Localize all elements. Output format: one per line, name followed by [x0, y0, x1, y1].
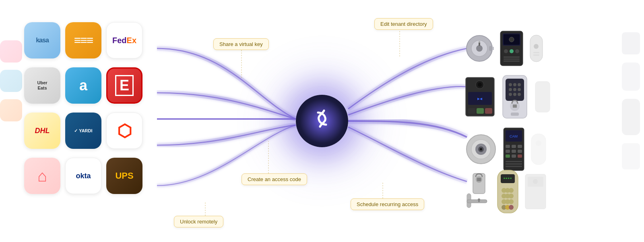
svg-point-83 — [509, 188, 514, 193]
svg-rect-57 — [506, 145, 510, 148]
device-faded-1 — [535, 81, 551, 113]
svg-rect-59 — [518, 145, 522, 148]
svg-rect-75 — [467, 200, 487, 203]
tooltip-unlock-remotely: Unlock remotely — [174, 216, 223, 227]
svg-point-36 — [509, 83, 512, 86]
svg-point-41 — [518, 88, 521, 91]
svg-rect-11 — [489, 46, 492, 51]
svg-rect-33 — [485, 108, 492, 114]
svg-rect-32 — [477, 108, 484, 114]
svg-rect-46 — [513, 104, 517, 108]
tooltip-share-virtual-key: Share a virtual key — [213, 38, 269, 50]
device-row-1 — [465, 30, 543, 67]
device-oval-keypad: **** — [497, 169, 519, 214]
app-grid: kasa ≡≡≡ FedEx UberEats a E DHL ✓ YARDI … — [24, 22, 142, 198]
app-fedex[interactable]: FedEx — [106, 22, 142, 58]
svg-rect-61 — [512, 150, 516, 153]
svg-point-43 — [513, 93, 516, 96]
far-left-faded-icons — [0, 40, 22, 121]
svg-rect-21 — [504, 60, 520, 62]
app-dhl[interactable]: DHL — [24, 113, 60, 149]
device-circular-deadbolt — [465, 34, 494, 63]
svg-point-15 — [509, 37, 514, 42]
app-kasa[interactable]: kasa — [24, 22, 60, 58]
device-yale-lock — [501, 75, 529, 119]
svg-point-70 — [536, 140, 541, 146]
svg-point-39 — [509, 88, 512, 91]
svg-rect-25 — [533, 54, 539, 56]
svg-text:▶◀: ▶◀ — [477, 96, 482, 101]
svg-text:CAM: CAM — [510, 134, 518, 138]
svg-rect-77 — [478, 200, 480, 202]
app-ups[interactable]: UPS — [106, 158, 142, 194]
svg-rect-65 — [518, 154, 522, 158]
device-small-fob — [529, 34, 543, 63]
svg-point-28 — [478, 83, 482, 87]
svg-rect-47 — [511, 113, 519, 116]
svg-point-44 — [518, 93, 521, 96]
svg-rect-69 — [531, 134, 546, 165]
svg-point-37 — [513, 83, 516, 86]
svg-rect-20 — [504, 58, 520, 60]
svg-point-18 — [515, 49, 519, 53]
svg-point-16 — [504, 49, 508, 53]
device-intercom-box: ▶◀ — [465, 77, 495, 117]
tooltip-create-access-code: Create an access code — [242, 173, 307, 185]
svg-point-86 — [509, 194, 514, 198]
svg-rect-62 — [518, 150, 522, 153]
tooltip-schedule-recurring-access: Schedule recurring access — [351, 198, 424, 210]
device-row-3: CAM — [465, 127, 547, 171]
device-handle-lock — [465, 171, 491, 212]
svg-point-95 — [533, 179, 538, 184]
app-square-e[interactable]: E — [106, 67, 142, 104]
app-ubereats[interactable]: UberEats — [24, 67, 60, 104]
svg-rect-9 — [479, 41, 480, 43]
svg-point-40 — [513, 88, 516, 91]
app-marriott[interactable]: ≡≡≡ — [65, 22, 101, 58]
device-row-2: ▶◀ — [465, 75, 551, 119]
device-faded-2 — [530, 133, 547, 165]
svg-point-42 — [509, 93, 512, 96]
app-doordash[interactable]: ⬡ — [106, 113, 142, 149]
svg-point-92 — [509, 205, 514, 210]
svg-rect-63 — [506, 154, 510, 158]
faded-device-3 — [622, 99, 640, 135]
app-airtable[interactable]: a — [65, 67, 101, 104]
faded-device-2 — [622, 63, 640, 91]
device-intercom-panel: CAM — [503, 127, 525, 171]
faded-icon-1 — [0, 40, 22, 63]
svg-point-53 — [480, 148, 482, 150]
faded-device-1 — [622, 32, 640, 54]
svg-point-38 — [518, 83, 521, 86]
svg-rect-73 — [477, 178, 481, 181]
app-airbnb[interactable]: ⌂ — [24, 158, 60, 194]
device-row-4: **** — [465, 169, 547, 214]
svg-rect-68 — [506, 166, 522, 167]
svg-rect-58 — [512, 145, 516, 148]
svg-point-7 — [476, 45, 483, 52]
svg-rect-24 — [533, 52, 539, 53]
far-right-faded — [622, 32, 640, 169]
faded-icon-2 — [0, 70, 22, 92]
device-nest-camera — [465, 133, 497, 165]
app-okta[interactable]: okta — [65, 158, 101, 194]
svg-text:****: **** — [503, 177, 512, 181]
faded-icon-3 — [0, 99, 22, 121]
svg-rect-48 — [535, 81, 550, 112]
svg-rect-64 — [512, 154, 516, 158]
hub-logo — [310, 106, 334, 136]
faded-device-4 — [622, 143, 640, 169]
svg-point-23 — [534, 44, 539, 49]
svg-point-17 — [510, 49, 514, 53]
device-faded-3 — [524, 173, 547, 210]
svg-rect-60 — [506, 150, 510, 153]
svg-point-89 — [509, 199, 514, 204]
device-video-intercom — [500, 30, 524, 67]
tooltip-edit-tenant-directory: Edit tenant directory — [374, 18, 433, 30]
svg-rect-67 — [506, 163, 522, 165]
svg-rect-19 — [504, 56, 520, 58]
app-yardi[interactable]: ✓ YARDI — [65, 113, 101, 149]
hub-center — [296, 95, 348, 147]
main-scene: { "hub": { "icon": "𝕊", "aria": "Swiftla… — [0, 0, 644, 242]
svg-rect-66 — [506, 161, 522, 162]
